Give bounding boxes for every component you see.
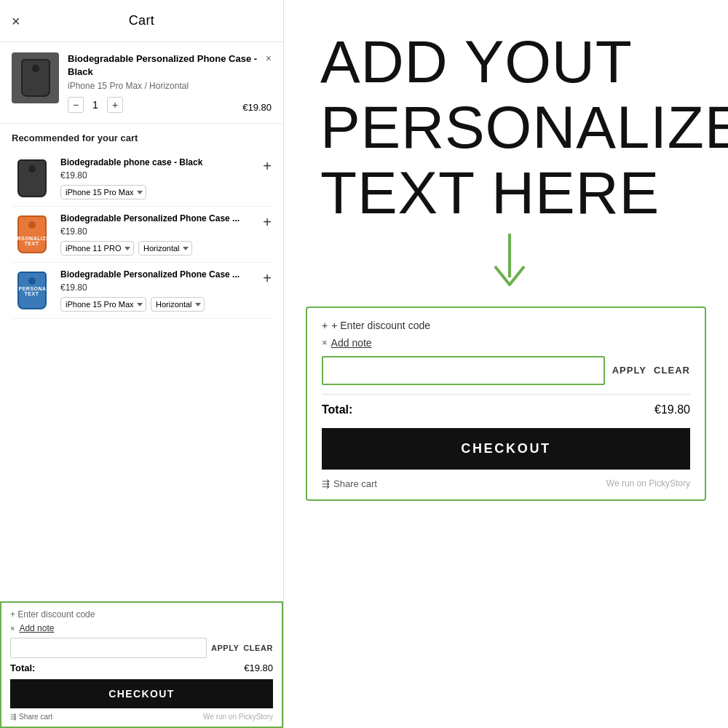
total-label-big: Total: — [322, 403, 352, 416]
recommended-item-1: ✴ ✴ Biodegradable phone case - Black €19… — [12, 151, 272, 207]
close-button[interactable]: × — [12, 14, 20, 28]
cart-item-price: €19.80 — [242, 102, 272, 113]
powered-label-big: We run on PickyStory — [606, 478, 690, 488]
cart-header: × Cart — [0, 0, 283, 42]
discount-input-row-small: APPLY CLEAR — [10, 638, 273, 658]
plus-icon-big: + — [322, 320, 328, 331]
recommended-section: Recommended for your cart ✴ ✴ Biodegrada… — [0, 124, 283, 323]
rec-item-1-variants: iPhone 15 Pro Max — [60, 185, 272, 199]
promo-text: ADD YOUT PERSONALIZED TEXT HERE — [284, 0, 728, 226]
checkout-button-small[interactable]: CHECKOUT — [10, 679, 273, 708]
rec-phone-1-icon — [17, 159, 47, 197]
checkout-button-big[interactable]: CHECKOUT — [322, 428, 690, 470]
add-note-row-small: × Add note — [10, 623, 273, 633]
share-icon-big: ⇶ — [322, 478, 330, 489]
rec-phone-2-icon: PERSONALIZED TEXT — [17, 215, 47, 253]
discount-row-big: + + Enter discount code — [322, 320, 690, 331]
rec-item-3-variants: iPhone 15 Pro Max Horizontal — [60, 297, 272, 312]
note-x-big: × — [322, 337, 328, 348]
discount-input-small[interactable] — [10, 638, 207, 658]
cart-item-variant: iPhone 15 Pro Max / Horizontal — [68, 81, 272, 91]
total-label-small: Total: — [10, 662, 35, 673]
rec-item-2-add-button[interactable]: + — [263, 214, 272, 231]
rec-item-3-price: €19.80 — [60, 282, 272, 293]
rec-item-2-variants: iPhone 11 PRO Horizontal — [60, 241, 272, 256]
rec-item-1-add-button[interactable]: + — [263, 158, 272, 175]
share-row-small: ⇶ Share cart We run on PickyStory — [10, 713, 273, 721]
promo-line1: ADD YOUT — [320, 29, 699, 95]
clear-button-big[interactable]: CLEAR — [654, 365, 690, 376]
rec-item-2-image: ✴ PERSONALIZED TEXT ✴ — [12, 213, 52, 256]
cart-item-details: Biodegradable Personalized Phone Case - … — [68, 52, 272, 113]
total-row-big: Total: €19.80 — [322, 403, 690, 416]
cart-title: Cart — [129, 13, 154, 28]
rec-item-3-model-select[interactable]: iPhone 15 Pro Max — [60, 297, 146, 312]
rec-item-2-details: Biodegradable Personalized Phone Case ..… — [60, 213, 272, 256]
rec-item-3-image: ✴ PERSONALIZED TEXT ✴ — [12, 269, 52, 312]
promo-line2: PERSONALIZED — [320, 95, 699, 160]
add-note-link-small[interactable]: Add note — [19, 623, 54, 633]
decrease-qty-button[interactable]: − — [68, 97, 84, 113]
recommended-item-3: ✴ PERSONALIZED TEXT ✴ Biodegradable Pers… — [12, 263, 272, 319]
personalized-text-label: PERSONALIZED TEXT — [12, 236, 52, 246]
rec-item-3-orientation-select[interactable]: Horizontal — [151, 297, 205, 312]
discount-label-small: + Enter discount code — [10, 609, 95, 620]
right-area: ADD YOUT PERSONALIZED TEXT HERE + + Ente… — [284, 0, 728, 728]
remove-item-button[interactable]: × — [266, 52, 272, 64]
share-cart-left-small: ⇶ Share cart — [10, 713, 52, 721]
discount-row-small: + Enter discount code — [10, 609, 273, 620]
rec-item-2-name: Biodegradable Personalized Phone Case ..… — [60, 213, 272, 225]
share-label-big: Share cart — [333, 478, 377, 489]
divider — [322, 394, 690, 395]
rec-item-2-price: €19.80 — [60, 226, 272, 237]
rec-item-1-details: Biodegradable phone case - Black €19.80 … — [60, 157, 272, 199]
cart-item: Biodegradable Personalized Phone Case - … — [0, 42, 283, 124]
product-image — [12, 52, 59, 103]
discount-input-big[interactable] — [322, 356, 605, 385]
recommended-title: Recommended for your cart — [12, 132, 272, 143]
share-row-big: ⇶ Share cart We run on PickyStory — [322, 478, 690, 489]
rec-item-1-price: €19.80 — [60, 170, 272, 181]
rec-item-3-details: Biodegradable Personalized Phone Case ..… — [60, 269, 272, 312]
rec-item-2-model-select[interactable]: iPhone 11 PRO — [60, 241, 134, 256]
checkout-panel-zoomed: + + Enter discount code × Add note APPLY… — [306, 306, 706, 501]
promo-line3: TEXT HERE — [320, 160, 699, 226]
total-price-big: €19.80 — [654, 403, 690, 416]
add-note-link-big[interactable]: Add note — [331, 337, 372, 349]
cart-checkout-area-small: + Enter discount code × Add note APPLY C… — [0, 601, 283, 728]
apply-button-big[interactable]: APPLY — [612, 365, 646, 376]
phone-case-icon — [21, 59, 50, 97]
total-row-small: Total: €19.80 — [10, 662, 273, 673]
discount-input-row-big: APPLY CLEAR — [322, 356, 690, 385]
clear-button-small[interactable]: CLEAR — [243, 644, 273, 652]
share-cart-big: ⇶ Share cart — [322, 478, 377, 489]
share-icon-small: ⇶ — [10, 713, 16, 721]
arrow-container — [284, 234, 728, 292]
rec-item-1-image: ✴ ✴ — [12, 157, 52, 200]
discount-label-big: + Enter discount code — [331, 320, 430, 331]
note-x-small: × — [10, 624, 15, 633]
add-note-row-big: × Add note — [322, 337, 690, 349]
apply-button-small[interactable]: APPLY — [211, 644, 239, 652]
increase-qty-button[interactable]: + — [107, 97, 123, 113]
powered-label-small: We run on PickyStory — [203, 713, 273, 721]
recommended-item-2: ✴ PERSONALIZED TEXT ✴ Biodegradable Pers… — [12, 207, 272, 263]
rec-item-1-variant-select[interactable]: iPhone 15 Pro Max — [60, 185, 146, 199]
rec-item-1-name: Biodegradable phone case - Black — [60, 157, 272, 169]
quantity-value: 1 — [90, 99, 101, 111]
total-price-small: €19.80 — [244, 662, 273, 673]
rec-item-3-name: Biodegradable Personalized Phone Case ..… — [60, 269, 272, 281]
arrow-icon — [488, 234, 531, 292]
rec-phone-3-icon: PERSONALIZED TEXT — [17, 272, 47, 309]
rec-item-2-orientation-select[interactable]: Horizontal — [138, 241, 192, 256]
share-label-small: Share cart — [19, 713, 52, 721]
personalized-text-label-2: PERSONALIZED TEXT — [19, 286, 45, 296]
cart-item-name: Biodegradable Personalized Phone Case - … — [68, 52, 272, 79]
cart-panel: × Cart Biodegradable Personalized Phone … — [0, 0, 284, 728]
quantity-control: − 1 + — [68, 97, 272, 113]
rec-item-3-add-button[interactable]: + — [263, 270, 272, 287]
